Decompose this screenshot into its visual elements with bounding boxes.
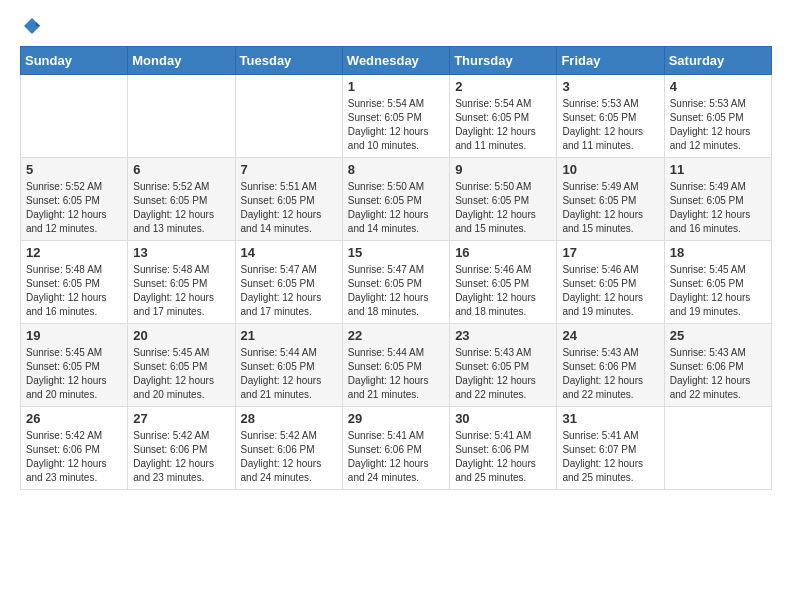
- day-info: Sunrise: 5:45 AM Sunset: 6:05 PM Dayligh…: [670, 263, 766, 319]
- calendar-cell: 15Sunrise: 5:47 AM Sunset: 6:05 PM Dayli…: [342, 241, 449, 324]
- weekday-header: Tuesday: [235, 47, 342, 75]
- day-info: Sunrise: 5:50 AM Sunset: 6:05 PM Dayligh…: [348, 180, 444, 236]
- calendar-body: 1Sunrise: 5:54 AM Sunset: 6:05 PM Daylig…: [21, 75, 772, 490]
- day-number: 11: [670, 162, 766, 177]
- day-number: 21: [241, 328, 337, 343]
- calendar-cell: 16Sunrise: 5:46 AM Sunset: 6:05 PM Dayli…: [450, 241, 557, 324]
- calendar-cell: 23Sunrise: 5:43 AM Sunset: 6:05 PM Dayli…: [450, 324, 557, 407]
- calendar-cell: 9Sunrise: 5:50 AM Sunset: 6:05 PM Daylig…: [450, 158, 557, 241]
- day-info: Sunrise: 5:49 AM Sunset: 6:05 PM Dayligh…: [670, 180, 766, 236]
- calendar-cell: 17Sunrise: 5:46 AM Sunset: 6:05 PM Dayli…: [557, 241, 664, 324]
- calendar-cell: 13Sunrise: 5:48 AM Sunset: 6:05 PM Dayli…: [128, 241, 235, 324]
- day-number: 30: [455, 411, 551, 426]
- weekday-header: Saturday: [664, 47, 771, 75]
- day-number: 7: [241, 162, 337, 177]
- weekday-row: SundayMondayTuesdayWednesdayThursdayFrid…: [21, 47, 772, 75]
- day-info: Sunrise: 5:46 AM Sunset: 6:05 PM Dayligh…: [562, 263, 658, 319]
- calendar-cell: 7Sunrise: 5:51 AM Sunset: 6:05 PM Daylig…: [235, 158, 342, 241]
- day-number: 10: [562, 162, 658, 177]
- day-info: Sunrise: 5:54 AM Sunset: 6:05 PM Dayligh…: [348, 97, 444, 153]
- calendar-cell: 11Sunrise: 5:49 AM Sunset: 6:05 PM Dayli…: [664, 158, 771, 241]
- calendar-cell: 19Sunrise: 5:45 AM Sunset: 6:05 PM Dayli…: [21, 324, 128, 407]
- day-number: 27: [133, 411, 229, 426]
- calendar-week-row: 19Sunrise: 5:45 AM Sunset: 6:05 PM Dayli…: [21, 324, 772, 407]
- day-info: Sunrise: 5:47 AM Sunset: 6:05 PM Dayligh…: [241, 263, 337, 319]
- calendar-cell: 14Sunrise: 5:47 AM Sunset: 6:05 PM Dayli…: [235, 241, 342, 324]
- day-number: 24: [562, 328, 658, 343]
- day-number: 4: [670, 79, 766, 94]
- calendar-cell: 31Sunrise: 5:41 AM Sunset: 6:07 PM Dayli…: [557, 407, 664, 490]
- day-info: Sunrise: 5:44 AM Sunset: 6:05 PM Dayligh…: [348, 346, 444, 402]
- day-number: 1: [348, 79, 444, 94]
- day-number: 17: [562, 245, 658, 260]
- weekday-header: Sunday: [21, 47, 128, 75]
- day-number: 3: [562, 79, 658, 94]
- calendar-header: SundayMondayTuesdayWednesdayThursdayFrid…: [21, 47, 772, 75]
- calendar-week-row: 26Sunrise: 5:42 AM Sunset: 6:06 PM Dayli…: [21, 407, 772, 490]
- weekday-header: Friday: [557, 47, 664, 75]
- day-info: Sunrise: 5:41 AM Sunset: 6:06 PM Dayligh…: [455, 429, 551, 485]
- day-info: Sunrise: 5:43 AM Sunset: 6:06 PM Dayligh…: [670, 346, 766, 402]
- calendar-cell: 4Sunrise: 5:53 AM Sunset: 6:05 PM Daylig…: [664, 75, 771, 158]
- calendar-cell: 20Sunrise: 5:45 AM Sunset: 6:05 PM Dayli…: [128, 324, 235, 407]
- day-number: 12: [26, 245, 122, 260]
- day-info: Sunrise: 5:52 AM Sunset: 6:05 PM Dayligh…: [26, 180, 122, 236]
- weekday-header: Thursday: [450, 47, 557, 75]
- day-info: Sunrise: 5:41 AM Sunset: 6:07 PM Dayligh…: [562, 429, 658, 485]
- day-info: Sunrise: 5:48 AM Sunset: 6:05 PM Dayligh…: [26, 263, 122, 319]
- day-info: Sunrise: 5:44 AM Sunset: 6:05 PM Dayligh…: [241, 346, 337, 402]
- calendar-cell: 10Sunrise: 5:49 AM Sunset: 6:05 PM Dayli…: [557, 158, 664, 241]
- weekday-header: Monday: [128, 47, 235, 75]
- calendar-cell: 12Sunrise: 5:48 AM Sunset: 6:05 PM Dayli…: [21, 241, 128, 324]
- day-info: Sunrise: 5:52 AM Sunset: 6:05 PM Dayligh…: [133, 180, 229, 236]
- calendar-cell: 28Sunrise: 5:42 AM Sunset: 6:06 PM Dayli…: [235, 407, 342, 490]
- day-info: Sunrise: 5:46 AM Sunset: 6:05 PM Dayligh…: [455, 263, 551, 319]
- day-number: 25: [670, 328, 766, 343]
- calendar-cell: 2Sunrise: 5:54 AM Sunset: 6:05 PM Daylig…: [450, 75, 557, 158]
- calendar-week-row: 1Sunrise: 5:54 AM Sunset: 6:05 PM Daylig…: [21, 75, 772, 158]
- calendar-cell: [128, 75, 235, 158]
- page-container: SundayMondayTuesdayWednesdayThursdayFrid…: [0, 0, 792, 506]
- calendar-cell: 25Sunrise: 5:43 AM Sunset: 6:06 PM Dayli…: [664, 324, 771, 407]
- logo: [20, 16, 42, 36]
- day-number: 19: [26, 328, 122, 343]
- day-number: 28: [241, 411, 337, 426]
- calendar-week-row: 12Sunrise: 5:48 AM Sunset: 6:05 PM Dayli…: [21, 241, 772, 324]
- calendar-cell: 5Sunrise: 5:52 AM Sunset: 6:05 PM Daylig…: [21, 158, 128, 241]
- calendar-cell: 1Sunrise: 5:54 AM Sunset: 6:05 PM Daylig…: [342, 75, 449, 158]
- day-number: 20: [133, 328, 229, 343]
- calendar-cell: 18Sunrise: 5:45 AM Sunset: 6:05 PM Dayli…: [664, 241, 771, 324]
- day-number: 16: [455, 245, 551, 260]
- day-number: 23: [455, 328, 551, 343]
- calendar-table: SundayMondayTuesdayWednesdayThursdayFrid…: [20, 46, 772, 490]
- calendar-cell: 3Sunrise: 5:53 AM Sunset: 6:05 PM Daylig…: [557, 75, 664, 158]
- calendar-cell: 8Sunrise: 5:50 AM Sunset: 6:05 PM Daylig…: [342, 158, 449, 241]
- day-number: 29: [348, 411, 444, 426]
- weekday-header: Wednesday: [342, 47, 449, 75]
- day-info: Sunrise: 5:45 AM Sunset: 6:05 PM Dayligh…: [133, 346, 229, 402]
- day-number: 26: [26, 411, 122, 426]
- header: [20, 16, 772, 36]
- calendar-cell: 26Sunrise: 5:42 AM Sunset: 6:06 PM Dayli…: [21, 407, 128, 490]
- calendar-cell: 27Sunrise: 5:42 AM Sunset: 6:06 PM Dayli…: [128, 407, 235, 490]
- calendar-cell: [664, 407, 771, 490]
- day-info: Sunrise: 5:42 AM Sunset: 6:06 PM Dayligh…: [133, 429, 229, 485]
- day-number: 13: [133, 245, 229, 260]
- calendar-cell: 6Sunrise: 5:52 AM Sunset: 6:05 PM Daylig…: [128, 158, 235, 241]
- day-info: Sunrise: 5:49 AM Sunset: 6:05 PM Dayligh…: [562, 180, 658, 236]
- day-info: Sunrise: 5:41 AM Sunset: 6:06 PM Dayligh…: [348, 429, 444, 485]
- day-number: 14: [241, 245, 337, 260]
- day-info: Sunrise: 5:47 AM Sunset: 6:05 PM Dayligh…: [348, 263, 444, 319]
- day-info: Sunrise: 5:51 AM Sunset: 6:05 PM Dayligh…: [241, 180, 337, 236]
- day-info: Sunrise: 5:53 AM Sunset: 6:05 PM Dayligh…: [562, 97, 658, 153]
- day-number: 5: [26, 162, 122, 177]
- day-info: Sunrise: 5:43 AM Sunset: 6:05 PM Dayligh…: [455, 346, 551, 402]
- calendar-cell: [21, 75, 128, 158]
- calendar-cell: 22Sunrise: 5:44 AM Sunset: 6:05 PM Dayli…: [342, 324, 449, 407]
- day-number: 15: [348, 245, 444, 260]
- day-number: 2: [455, 79, 551, 94]
- day-info: Sunrise: 5:54 AM Sunset: 6:05 PM Dayligh…: [455, 97, 551, 153]
- day-number: 22: [348, 328, 444, 343]
- day-info: Sunrise: 5:42 AM Sunset: 6:06 PM Dayligh…: [26, 429, 122, 485]
- calendar-cell: 30Sunrise: 5:41 AM Sunset: 6:06 PM Dayli…: [450, 407, 557, 490]
